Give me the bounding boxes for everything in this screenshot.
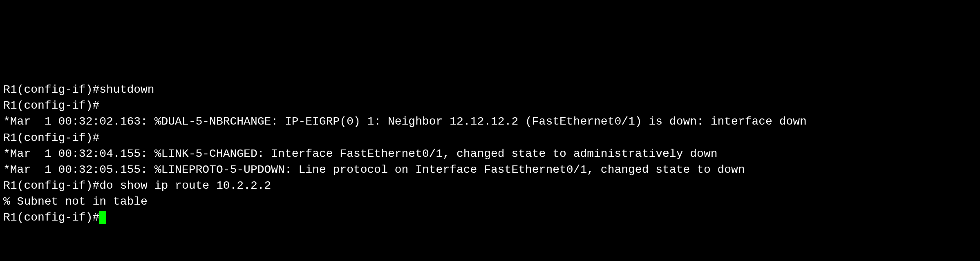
prompt: R1(config-if)#	[3, 99, 99, 112]
terminal-line: R1(config-if)#	[3, 130, 977, 146]
terminal-line: R1(config-if)#	[3, 210, 977, 225]
log-message: *Mar 1 00:32:04.155: %LINK-5-CHANGED: In…	[3, 146, 977, 162]
prompt: R1(config-if)#	[3, 132, 99, 144]
command: shutdown	[99, 83, 154, 96]
terminal-line: R1(config-if)#shutdown	[3, 82, 977, 98]
log-message: *Mar 1 00:32:02.163: %DUAL-5-NBRCHANGE: …	[3, 114, 977, 129]
log-message: *Mar 1 00:32:05.155: %LINEPROTO-5-UPDOWN…	[3, 162, 977, 178]
cursor-icon	[99, 211, 106, 224]
prompt: R1(config-if)#	[3, 83, 99, 96]
terminal-line: R1(config-if)#	[3, 98, 977, 114]
terminal-output[interactable]: R1(config-if)#shutdownR1(config-if)#*Mar…	[3, 66, 977, 242]
output-message: % Subnet not in table	[3, 194, 977, 210]
prompt: R1(config-if)#	[3, 179, 99, 192]
terminal-line: R1(config-if)#do show ip route 10.2.2.2	[3, 178, 977, 194]
command: do show ip route 10.2.2.2	[99, 179, 271, 192]
prompt: R1(config-if)#	[3, 211, 99, 224]
